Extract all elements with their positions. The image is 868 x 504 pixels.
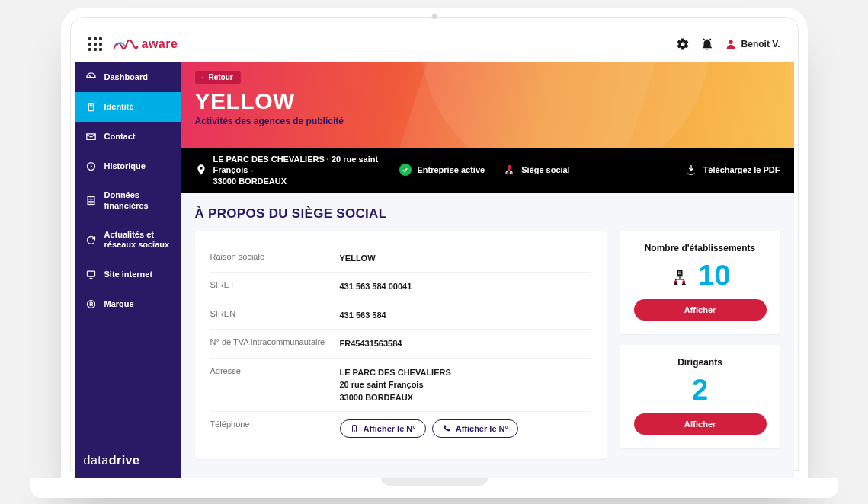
bell-icon[interactable] [700,37,714,51]
info-bar: LE PARC DES CHEVALIERS · 20 rue saint Fr… [181,148,794,193]
status-label: Entreprise active [418,165,485,174]
etablissements-card: Nombre d'établissements 10 Afficher [620,231,780,334]
device-base [30,478,838,498]
mail-icon [85,131,97,142]
svg-rect-5 [87,271,94,276]
svg-rect-10 [677,270,683,277]
brand-mark-icon [113,36,139,53]
org-tree-icon [669,265,690,286]
detail-value: LE PARC DES CHEVALIERS 20 rue saint Fran… [340,366,451,404]
sidebar-item-label: Identité [104,102,171,113]
sidebar-item-label: Contact [104,132,171,142]
sidebar-item-label: Historique [104,161,171,172]
sidebar-item-marque[interactable]: Marque [75,289,181,319]
user-name: Benoit V. [741,39,780,49]
phone-icon [442,424,451,433]
card-title: Nombre d'établissements [634,243,767,254]
address-line-1: LE PARC DES CHEVALIERS · 20 rue saint Fr… [213,154,381,176]
sidebar-item-actualites[interactable]: Actualités et réseaux sociaux [75,221,181,260]
brand-logo[interactable]: aware [113,36,178,53]
siege-segment: Siège social [503,164,570,176]
detail-value: 431 563 584 [340,309,386,322]
sidebar-item-label: Actualités et réseaux sociaux [104,230,171,251]
address-line-2: 33000 BORDEAUX [213,176,381,187]
show-dirigeants-button[interactable]: Afficher [634,413,767,435]
detail-value: YELLOW [340,252,376,265]
main: Retour YELLOW Activités des agences de p… [181,62,794,480]
user-menu[interactable]: Benoit V. [725,38,780,50]
powered-brand: datadrive [75,442,181,480]
sidebar-item-label: Site internet [104,270,171,280]
show-mobile-button[interactable]: Afficher le N° [340,419,426,438]
person-icon [725,38,737,50]
show-phone-button[interactable]: Afficher le N° [432,419,518,438]
svg-rect-14 [681,273,681,274]
detail-row: Raison sociale YELLOW [210,244,591,273]
dirigeants-card: Dirigeants 2 Afficher [620,345,780,448]
detail-value: 431 563 584 00041 [340,280,412,293]
svg-rect-2 [89,104,92,106]
sidebar: Dashboard Identité Contact Historique Do… [75,62,181,480]
org-icon [503,164,515,176]
detail-value: FR45431563584 [340,337,402,350]
app-launcher-icon[interactable] [88,37,102,51]
check-circle-icon [399,164,412,176]
card-value: 2 [634,375,767,404]
detail-row: N° de TVA intracommunautaire FR454315635… [210,330,591,359]
gauge-icon [85,72,97,83]
history-icon [85,161,97,172]
page-subtitle: Activités des agences de publicité [195,116,780,126]
brand-name: aware [142,37,178,51]
sidebar-item-dashboard[interactable]: Dashboard [75,62,181,92]
sidebar-item-label: Dashboard [104,72,171,83]
section-title: À PROPOS DU SIÈGE SOCIAL [195,206,780,222]
detail-row-phone: Téléphone Afficher le N° Afficher le N° [210,412,591,445]
sidebar-item-label: Données financières [104,190,171,212]
detail-key: N° de TVA intracommunautaire [210,337,340,350]
detail-key: Adresse [210,366,340,404]
topbar: aware Benoit V. [75,26,794,62]
details-panel: Raison sociale YELLOW SIRET 431 563 584 … [195,231,607,460]
detail-row-address: Adresse LE PARC DES CHEVALIERS 20 rue sa… [210,359,591,413]
chevron-left-icon [200,74,206,80]
back-button[interactable]: Retour [195,71,241,84]
svg-point-0 [729,40,732,43]
spreadsheet-icon [85,195,97,206]
content: À PROPOS DU SIÈGE SOCIAL Raison sociale … [181,193,794,480]
svg-point-9 [354,431,354,432]
gear-icon[interactable] [676,37,690,51]
detail-row: SIREN 431 563 584 [210,301,591,330]
refresh-icon [85,234,97,246]
monitor-icon [85,269,97,280]
detail-key: SIRET [210,280,340,293]
card-title: Dirigeants [634,357,767,368]
sidebar-item-site[interactable]: Site internet [75,260,181,289]
svg-rect-7 [508,165,511,169]
download-label: Téléchargez le PDF [703,165,780,174]
card-value: 10 [634,261,767,290]
sidebar-item-label: Marque [104,299,171,310]
sidebar-item-finances[interactable]: Données financières [75,181,181,221]
pdf-icon [685,164,697,176]
svg-rect-12 [681,271,681,272]
svg-rect-1 [88,104,93,111]
mobile-icon [350,424,359,433]
sidebar-item-historique[interactable]: Historique [75,152,181,181]
id-icon [85,101,97,113]
device-frame: aware Benoit V. Dashboard [61,8,808,480]
registered-icon [85,298,97,310]
back-label: Retour [209,73,233,81]
svg-rect-11 [679,271,680,272]
address-segment: LE PARC DES CHEVALIERS · 20 rue saint Fr… [195,154,381,187]
show-etablissements-button[interactable]: Afficher [634,299,767,321]
page-title: YELLOW [195,88,780,114]
detail-key: Raison sociale [210,252,340,265]
status-segment: Entreprise active [399,164,485,176]
sidebar-item-contact[interactable]: Contact [75,122,181,152]
download-pdf-button[interactable]: Téléchargez le PDF [685,164,780,176]
sidebar-item-identite[interactable]: Identité [75,92,181,122]
svg-rect-13 [679,273,680,274]
pin-icon [195,164,207,176]
detail-key: SIREN [210,309,340,322]
detail-row: SIRET 431 563 584 00041 [210,273,591,301]
